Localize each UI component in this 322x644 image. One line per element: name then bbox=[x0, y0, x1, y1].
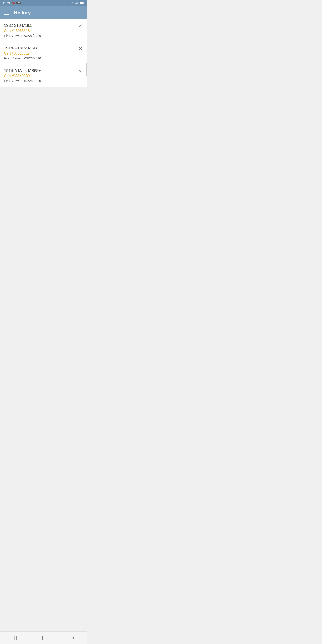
menu-button[interactable] bbox=[4, 11, 10, 15]
history-item-1[interactable]: 1932 $10 MS65 Cert #15055613 First Viewe… bbox=[0, 19, 87, 42]
item-date-2: First Viewed: 02/26/2020 bbox=[4, 56, 77, 60]
signal-icon bbox=[75, 2, 78, 5]
status-bar: 11:43 🔇 100 bbox=[0, 0, 87, 6]
svg-rect-6 bbox=[80, 2, 83, 4]
empty-area bbox=[0, 87, 87, 194]
history-item-2[interactable]: 1914-F Mark MS68 Cert #37817317 First Vi… bbox=[0, 42, 87, 64]
history-list: 1932 $10 MS65 Cert #15055613 First Viewe… bbox=[0, 19, 87, 87]
svg-rect-5 bbox=[84, 2, 84, 3]
item-info-2: 1914-F Mark MS68 Cert #37817317 First Vi… bbox=[4, 46, 77, 60]
item-info-1: 1932 $10 MS65 Cert #15055613 First Viewe… bbox=[4, 23, 77, 38]
svg-rect-1 bbox=[76, 3, 77, 4]
scrollbar bbox=[86, 62, 87, 76]
close-button-2[interactable]: ✕ bbox=[77, 46, 83, 51]
item-title-2: 1914-F Mark MS68 bbox=[4, 46, 77, 50]
svg-rect-0 bbox=[75, 3, 76, 4]
item-title-3: 1914-A Mark MS68+ bbox=[4, 68, 77, 73]
history-item-3[interactable]: 1914-A Mark MS68+ Cert #35840889 First V… bbox=[0, 64, 87, 87]
item-cert-1[interactable]: Cert #15055613 bbox=[4, 29, 77, 33]
item-title-1: 1932 $10 MS65 bbox=[4, 23, 77, 28]
item-cert-2[interactable]: Cert #37817317 bbox=[4, 52, 77, 56]
status-left: 11:43 🔇 100 bbox=[3, 2, 21, 5]
svg-rect-3 bbox=[78, 2, 78, 4]
status-mute-icon: 🔇 bbox=[12, 2, 15, 5]
close-button-3[interactable]: ✕ bbox=[77, 69, 83, 74]
item-cert-3[interactable]: Cert #35840889 bbox=[4, 74, 77, 78]
item-info-3: 1914-A Mark MS68+ Cert #35840889 First V… bbox=[4, 68, 77, 83]
wifi-icon bbox=[71, 2, 74, 5]
status-right bbox=[71, 2, 84, 5]
page-title: History bbox=[14, 10, 31, 16]
item-date-1: First Viewed: 02/26/2020 bbox=[4, 34, 77, 38]
battery-icon bbox=[80, 2, 84, 5]
close-button-1[interactable]: ✕ bbox=[77, 24, 83, 28]
status-time: 11:43 bbox=[3, 2, 10, 5]
status-notification-icon: 100 bbox=[16, 2, 21, 4]
app-header: History bbox=[0, 6, 87, 19]
svg-rect-2 bbox=[77, 2, 78, 4]
item-date-3: First Viewed: 02/26/2020 bbox=[4, 79, 77, 83]
